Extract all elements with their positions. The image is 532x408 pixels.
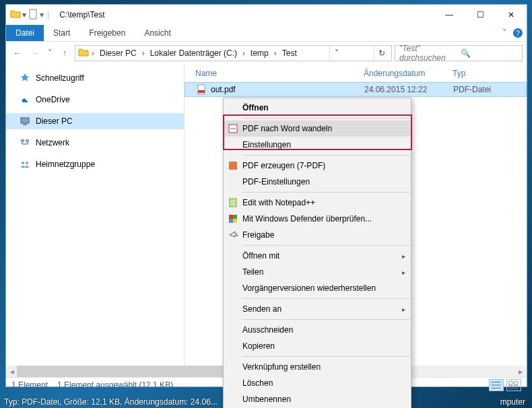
help-icon[interactable]: ? <box>513 28 523 38</box>
menu-item-open[interactable]: Öffnen <box>224 100 411 116</box>
search-input[interactable]: "Test" durchsuchen 🔍 <box>395 45 523 61</box>
maximize-button[interactable]: ☐ <box>465 5 496 25</box>
convert-icon <box>228 123 238 134</box>
breadcrumb[interactable]: Lokaler Datenträger (C:) <box>147 48 240 58</box>
tree-item-network[interactable]: Netzwerk <box>6 135 184 151</box>
menu-item-send-to[interactable]: Senden an▸ <box>224 301 411 317</box>
tab-file[interactable]: Datei <box>6 25 44 41</box>
menu-item-share-with[interactable]: Teilen▸ <box>224 264 411 280</box>
breadcrumb[interactable]: temp <box>248 48 271 58</box>
svg-rect-0 <box>30 9 36 19</box>
tree-label: Dieser PC <box>36 116 73 126</box>
chevron-right-icon[interactable]: › <box>274 48 277 58</box>
svg-rect-2 <box>23 124 27 125</box>
recent-dropdown[interactable]: ˅ <box>45 46 55 61</box>
menu-item-freigabe[interactable]: Freigabe <box>224 227 411 243</box>
tree-label: OneDrive <box>36 95 70 104</box>
menu-item-restore-versions[interactable]: Vorgängerversionen wiederherstellen <box>224 280 411 296</box>
svg-rect-15 <box>230 199 236 207</box>
forward-button[interactable]: → <box>28 46 42 61</box>
computer-icon <box>20 116 30 127</box>
search-placeholder: "Test" durchsuchen <box>399 44 457 63</box>
menu-item-notepad[interactable]: Edit with Notepad++ <box>224 195 411 211</box>
tree-item-homegroup[interactable]: Heimnetzgruppe <box>6 156 184 172</box>
doc-icon[interactable] <box>28 9 38 22</box>
svg-rect-16 <box>229 215 233 219</box>
folder-icon <box>10 9 21 22</box>
col-name[interactable]: Name <box>195 69 364 78</box>
col-type[interactable]: Typ <box>453 69 520 78</box>
shield-icon <box>228 213 238 224</box>
view-details-button[interactable] <box>489 379 504 391</box>
svg-rect-14 <box>229 162 237 170</box>
tree-item-quick-access[interactable]: Schnellzugriff <box>6 70 184 86</box>
menu-item-pdf-settings[interactable]: PDF-Einstellungen <box>224 174 411 190</box>
menu-separator <box>242 155 410 156</box>
ribbon-expand-icon[interactable]: ˅ <box>502 28 506 38</box>
chevron-down-icon[interactable]: ▾ <box>22 10 26 20</box>
menu-item-rename[interactable]: Umbenennen <box>224 391 411 407</box>
tab-start[interactable]: Start <box>44 25 79 41</box>
menu-separator <box>242 356 410 357</box>
tooltip-text: Typ: PDF-Datei, Größe: 12,1 KB, Änderung… <box>4 397 218 407</box>
file-type: PDF-Datei <box>453 85 521 94</box>
refresh-icon[interactable]: ↻ <box>374 46 389 61</box>
pdf-icon <box>228 160 238 171</box>
tree-label: Netzwerk <box>36 138 69 147</box>
tab-view[interactable]: Ansicht <box>135 25 180 41</box>
address-dropdown-icon[interactable]: ˅ <box>329 46 344 61</box>
menu-item-copy[interactable]: Kopieren <box>224 338 411 354</box>
file-date: 24.06.2015 12:22 <box>364 85 453 94</box>
menu-item-defender[interactable]: Mit Windows Defender überprüfen... <box>224 211 411 227</box>
menu-item-cut[interactable]: Ausschneiden <box>224 322 411 338</box>
menu-separator <box>242 192 410 193</box>
scroll-right-icon[interactable]: ▸ <box>516 367 525 376</box>
tree-label: Heimnetzgruppe <box>36 160 95 169</box>
svg-rect-10 <box>514 381 518 384</box>
scroll-left-icon[interactable]: ◂ <box>7 367 17 376</box>
menu-item-settings[interactable]: Einstellungen <box>224 137 411 153</box>
chevron-right-icon: ▸ <box>402 252 405 260</box>
menu-item-create-shortcut[interactable]: Verknüpfung erstellen <box>224 359 411 375</box>
status-count: 1 Element <box>11 380 48 390</box>
tab-share[interactable]: Freigeben <box>79 25 135 41</box>
navigation-bar: ← → ˅ ↑ › Dieser PC › Lokaler Datenträge… <box>6 42 527 65</box>
tree-label: Schnellzugriff <box>36 73 84 83</box>
menu-item-pdf-to-word[interactable]: PDF nach Word wandeln <box>224 121 411 137</box>
chevron-right-icon[interactable]: › <box>242 48 245 58</box>
table-row[interactable]: out.pdf 24.06.2015 12:22 PDF-Datei <box>185 82 527 97</box>
tray-text: mputer <box>500 397 525 407</box>
notepad-icon <box>228 197 238 208</box>
tree-item-onedrive[interactable]: OneDrive <box>6 92 184 108</box>
svg-rect-9 <box>509 381 512 384</box>
svg-point-5 <box>22 162 24 164</box>
up-button[interactable]: ↑ <box>57 46 72 61</box>
context-menu: Öffnen PDF nach Word wandeln Einstellung… <box>223 98 411 408</box>
breadcrumb[interactable]: Test <box>279 48 300 58</box>
tree-item-this-pc[interactable]: Dieser PC <box>6 113 184 129</box>
menu-item-open-with[interactable]: Öffnen mit▸ <box>224 248 411 264</box>
column-headers: Name Änderungsdatum Typ <box>185 65 527 82</box>
menu-separator <box>242 319 410 320</box>
menu-item-pdf-create[interactable]: PDF erzeugen (7-PDF) <box>224 158 411 174</box>
file-name: out.pdf <box>211 85 236 94</box>
network-icon <box>20 137 30 148</box>
svg-rect-8 <box>198 90 205 93</box>
navigation-tree: Schnellzugriff OneDrive Dieser PC Netzwe… <box>6 65 185 366</box>
back-button[interactable]: ← <box>10 46 25 61</box>
cloud-icon <box>20 94 30 105</box>
search-icon[interactable]: 🔍 <box>461 48 518 58</box>
menu-item-delete[interactable]: Löschen <box>224 375 411 391</box>
chevron-right-icon[interactable]: › <box>92 48 94 58</box>
pdf-file-icon <box>196 84 207 95</box>
chevron-down-icon[interactable]: ▾ <box>40 10 44 20</box>
users-icon <box>20 159 30 170</box>
minimize-button[interactable]: — <box>434 5 465 25</box>
close-button[interactable]: ✕ <box>496 5 527 25</box>
col-date[interactable]: Änderungsdatum <box>364 69 453 78</box>
address-bar[interactable]: › Dieser PC › Lokaler Datenträger (C:) ›… <box>75 45 392 61</box>
chevron-right-icon[interactable]: › <box>142 48 145 58</box>
breadcrumb[interactable]: Dieser PC <box>97 48 139 58</box>
view-large-button[interactable] <box>506 379 521 391</box>
chevron-right-icon: ▸ <box>402 269 405 276</box>
